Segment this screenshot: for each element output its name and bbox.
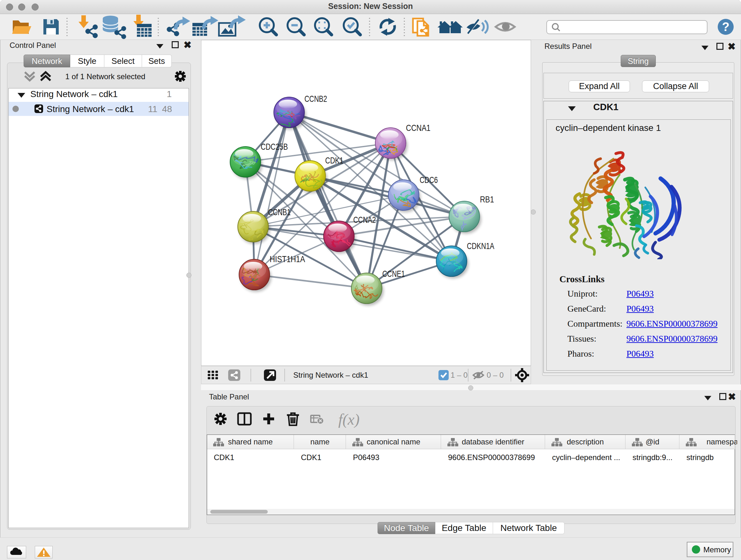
svg-text:CDKN1A: CDKN1A — [467, 241, 494, 251]
svg-text:String Network – cdk1: String Network – cdk1 — [293, 371, 368, 379]
svg-text:CCNB2: CCNB2 — [305, 94, 327, 104]
svg-text:CDC6: CDC6 — [420, 175, 438, 185]
svg-text:f(x): f(x) — [338, 412, 360, 428]
svg-text:CDK1: CDK1 — [325, 155, 343, 165]
svg-text:CDC25B: CDC25B — [261, 142, 288, 152]
svg-text:CCNA1: CCNA1 — [406, 123, 430, 133]
svg-text:HIST1H1A: HIST1H1A — [270, 254, 305, 264]
svg-text:RB1: RB1 — [480, 194, 494, 204]
svg-text:0 – 0: 0 – 0 — [487, 371, 503, 379]
svg-text:CCNE1: CCNE1 — [382, 269, 405, 279]
svg-text:CCNB1: CCNB1 — [268, 207, 291, 217]
svg-text:1 – 0: 1 – 0 — [451, 371, 468, 379]
svg-text:?: ? — [722, 20, 729, 34]
svg-text:CCNA2: CCNA2 — [353, 215, 376, 225]
